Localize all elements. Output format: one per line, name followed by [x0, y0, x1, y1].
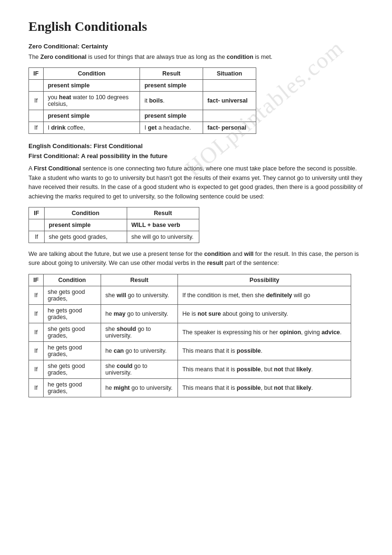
table3-r4-cond: he gets good grades, — [43, 341, 101, 360]
table3-header-if: IF — [29, 274, 44, 286]
table3-r5-result: she could go to university. — [101, 360, 178, 378]
table3-r6-cond: he gets good grades, — [43, 378, 101, 397]
table3-row-2: If he gets good grades, he may go to uni… — [29, 304, 351, 323]
table2-r2-if: If — [29, 231, 45, 243]
table1-r4-cond: I drink coffee, — [43, 122, 140, 134]
table1-r3-cond: present simple — [43, 110, 140, 122]
table3-row-3: If she gets good grades, she should go t… — [29, 323, 351, 341]
table3-r5-if: If — [29, 360, 44, 378]
section2-heading1: English Conditionals: First Conditional — [28, 142, 364, 150]
table2-row-2: If she gets good grades, she will go to … — [29, 231, 199, 243]
table1-row-2: If you heat water to 100 degrees celsius… — [29, 92, 256, 110]
table2-r1-cond: present simple — [44, 219, 127, 231]
table3-header-result: Result — [101, 274, 178, 286]
table3-r2-if: If — [29, 304, 44, 323]
table3-r2-cond: he gets good grades, — [43, 304, 101, 323]
table3-r4-if: If — [29, 341, 44, 360]
table1-r2-sit: fact- universal — [203, 92, 256, 110]
table3-r1-result: she will go to university. — [101, 286, 178, 304]
table1-r1-if — [29, 80, 44, 92]
table2-r2-cond: she gets good grades, — [44, 231, 127, 243]
table1-header-if: IF — [29, 68, 44, 80]
table2-r1-result: WILL + base verb — [127, 219, 199, 231]
table3-r3-result: she should go to university. — [101, 323, 178, 341]
table3-r5-cond: she gets good grades, — [43, 360, 101, 378]
table2-header-condition: Condition — [44, 207, 127, 219]
zero-conditional-table: IF Condition Result Situation present si… — [28, 67, 256, 134]
table1-r3-result: present simple — [140, 110, 203, 122]
table3-r5-poss: This means that it is possible, but not … — [178, 360, 351, 378]
table3-r6-result: he might go to university. — [101, 378, 178, 397]
table2-header-result: Result — [127, 207, 199, 219]
table3-r3-poss: The speaker is expressing his or her opi… — [178, 323, 351, 341]
table1-r2-if: If — [29, 92, 44, 110]
first-conditional-table-small: IF Condition Result present simple WILL … — [28, 207, 199, 243]
table3-r3-if: If — [29, 323, 44, 341]
modal-verbs-table: IF Condition Result Possibility If she g… — [28, 274, 351, 397]
table3-r1-poss: If the condition is met, then she defini… — [178, 286, 351, 304]
table1-header-condition: Condition — [43, 68, 140, 80]
table1-row-4: If I drink coffee, I get a headache. fac… — [29, 122, 256, 134]
table3-r3-cond: she gets good grades, — [43, 323, 101, 341]
table1-row-3: present simple present simple — [29, 110, 256, 122]
table1-row-1: present simple present simple — [29, 80, 256, 92]
table1-r4-if: If — [29, 122, 44, 134]
table1-r3-if — [29, 110, 44, 122]
table3-row-1: If she gets good grades, she will go to … — [29, 286, 351, 304]
table3-r2-result: he may go to university. — [101, 304, 178, 323]
table1-r4-sit: fact- personal — [203, 122, 256, 134]
table2-row-1: present simple WILL + base verb — [29, 219, 199, 231]
table3-header-condition: Condition — [43, 274, 101, 286]
table3-r6-if: If — [29, 378, 44, 397]
table3-r4-result: he can go to university. — [101, 341, 178, 360]
table3-r6-poss: This means that it is possible, but not … — [178, 378, 351, 397]
table1-r1-cond: present simple — [43, 80, 140, 92]
table3-r2-poss: He is not sure about going to university… — [178, 304, 351, 323]
table1-r4-result: I get a headache. — [140, 122, 203, 134]
section2-intro: A First Conditional sentence is one conn… — [28, 164, 364, 201]
table2-r2-result: she will go to university. — [127, 231, 199, 243]
table3-r4-poss: This means that it is possible. — [178, 341, 351, 360]
page-title: English Conditionals — [28, 19, 364, 34]
table1-r1-result: present simple — [140, 80, 203, 92]
table2-header-if: IF — [29, 207, 45, 219]
table1-r2-result: it boils. — [140, 92, 203, 110]
section3-intro: We are talking about the future, but we … — [28, 250, 364, 268]
table3-row-4: If he gets good grades, he can go to uni… — [29, 341, 351, 360]
table1-r2-cond: you heat water to 100 degrees celsius, — [43, 92, 140, 110]
table3-header-possibility: Possibility — [178, 274, 351, 286]
table3-r1-cond: she gets good grades, — [43, 286, 101, 304]
section1-intro: The Zero conditional is used for things … — [28, 53, 364, 62]
table2-r1-if — [29, 219, 45, 231]
table3-row-5: If she gets good grades, she could go to… — [29, 360, 351, 378]
table1-header-situation: Situation — [203, 68, 256, 80]
table1-r3-sit — [203, 110, 256, 122]
table3-row-6: If he gets good grades, he might go to u… — [29, 378, 351, 397]
table1-header-result: Result — [140, 68, 203, 80]
table1-r1-sit — [203, 80, 256, 92]
table3-r1-if: If — [29, 286, 44, 304]
section2-heading2: First Conditional: A real possibility in… — [28, 152, 364, 160]
section1-heading: Zero Conditional: Certainty — [28, 43, 364, 50]
